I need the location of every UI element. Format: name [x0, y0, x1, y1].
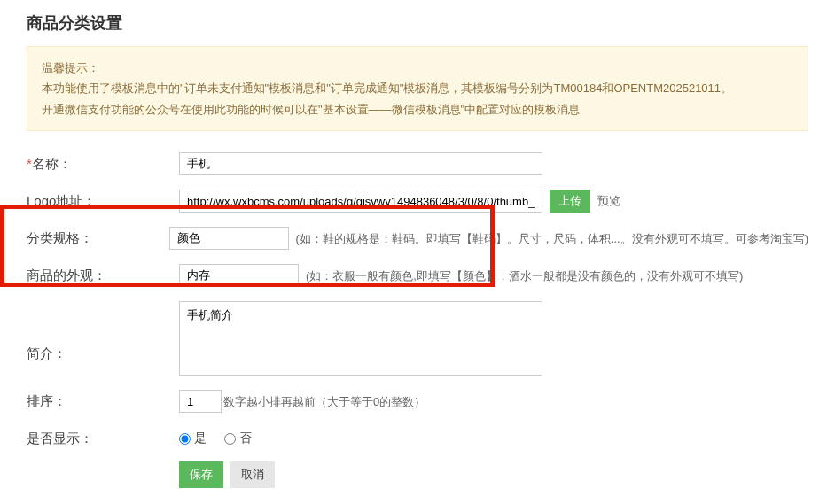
radio-no-label: 否 [239, 430, 252, 446]
label-intro: 简介： [27, 301, 179, 362]
upload-button[interactable]: 上传 [550, 190, 590, 213]
alert-line-1: 温馨提示： [42, 58, 793, 78]
alert-line-3: 开通微信支付功能的公众号在使用此功能的时候可以在"基本设置——微信模板消息"中配… [42, 99, 793, 120]
alert-line-2: 本功能使用了模板消息中的"订单未支付通知"模板消息和"订单完成通知"模板消息，其… [42, 78, 793, 98]
row-buttons: 保存 取消 [27, 461, 808, 488]
preview-link[interactable]: 预览 [597, 190, 620, 209]
input-look[interactable] [179, 264, 299, 287]
row-look: 商品的外观： (如：衣服一般有颜色,即填写【颜色】；酒水一般都是没有颜色的，没有… [27, 264, 808, 287]
input-name[interactable] [179, 152, 542, 175]
input-intro[interactable] [179, 301, 542, 376]
radio-yes-label: 是 [194, 430, 207, 446]
row-intro: 简介： [27, 301, 808, 376]
label-spec: 分类规格： [27, 227, 169, 247]
row-sort: 排序： 数字越小排再越前（大于等于0的整数） [27, 390, 808, 413]
form-area: *名称： Logo地址： 上传 预览 分类规格： (如：鞋的规格是：鞋码。即填写… [0, 131, 835, 488]
label-look: 商品的外观： [27, 264, 179, 284]
radio-yes[interactable] [179, 433, 191, 445]
label-logo: Logo地址： [27, 190, 179, 210]
radio-no-wrap[interactable]: 否 [224, 430, 252, 446]
row-name: *名称： [27, 152, 808, 175]
input-logo[interactable] [179, 190, 542, 213]
hint-sort: 数字越小排再越前（大于等于0的整数） [222, 390, 425, 410]
hint-look: (如：衣服一般有颜色,即填写【颜色】；酒水一般都是没有颜色的，没有外观可不填写) [306, 264, 743, 284]
label-name: *名称： [27, 152, 179, 173]
label-sort: 排序： [27, 390, 179, 410]
label-display: 是否显示： [27, 427, 179, 447]
cancel-button[interactable]: 取消 [230, 461, 275, 488]
alert-box: 温馨提示： 本功能使用了模板消息中的"订单未支付通知"模板消息和"订单完成通知"… [27, 46, 808, 131]
input-sort[interactable] [179, 390, 222, 413]
row-display: 是否显示： 是 否 [27, 427, 808, 447]
hint-spec: (如：鞋的规格是：鞋码。即填写【鞋码】。尺寸，尺码，体积...。没有外观可不填写… [296, 227, 809, 247]
page-title: 商品分类设置 [0, 0, 835, 46]
row-logo: Logo地址： 上传 预览 [27, 190, 808, 213]
row-spec: 分类规格： (如：鞋的规格是：鞋码。即填写【鞋码】。尺寸，尺码，体积...。没有… [27, 227, 808, 250]
radio-no[interactable] [224, 433, 236, 445]
save-button[interactable]: 保存 [179, 461, 223, 488]
radio-yes-wrap[interactable]: 是 [179, 430, 207, 446]
input-spec[interactable] [169, 227, 289, 250]
